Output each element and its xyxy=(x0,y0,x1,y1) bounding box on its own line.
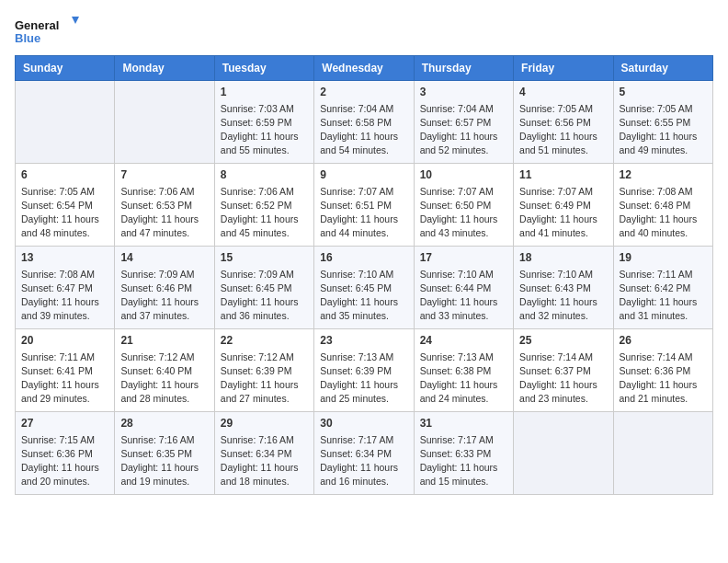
svg-marker-2 xyxy=(72,17,79,24)
calendar-cell: 5Sunrise: 7:05 AMSunset: 6:55 PMDaylight… xyxy=(613,81,712,164)
day-number: 16 xyxy=(320,250,407,266)
svg-text:General: General xyxy=(15,18,59,32)
cell-sun-info: Sunrise: 7:05 AMSunset: 6:54 PMDaylight:… xyxy=(21,185,108,241)
calendar-cell: 15Sunrise: 7:09 AMSunset: 6:45 PMDayligh… xyxy=(214,247,313,329)
day-number: 12 xyxy=(620,167,707,183)
calendar-week-1: 1Sunrise: 7:03 AMSunset: 6:59 PMDaylight… xyxy=(16,81,713,164)
calendar-cell: 29Sunrise: 7:16 AMSunset: 6:34 PMDayligh… xyxy=(214,412,313,495)
cell-sun-info: Sunrise: 7:15 AMSunset: 6:36 PMDaylight:… xyxy=(21,433,108,489)
calendar-cell: 12Sunrise: 7:08 AMSunset: 6:48 PMDayligh… xyxy=(613,164,712,247)
cell-sun-info: Sunrise: 7:16 AMSunset: 6:35 PMDaylight:… xyxy=(120,433,208,489)
cell-sun-info: Sunrise: 7:11 AMSunset: 6:42 PMDaylight:… xyxy=(620,268,707,324)
calendar-cell: 22Sunrise: 7:12 AMSunset: 6:39 PMDayligh… xyxy=(214,329,313,412)
calendar-week-3: 13Sunrise: 7:08 AMSunset: 6:47 PMDayligh… xyxy=(16,247,713,329)
day-header-thursday: Thursday xyxy=(414,56,513,81)
day-number: 29 xyxy=(221,416,308,431)
day-header-friday: Friday xyxy=(514,56,613,81)
calendar-cell: 20Sunrise: 7:11 AMSunset: 6:41 PMDayligh… xyxy=(16,329,115,412)
calendar-cell: 9Sunrise: 7:07 AMSunset: 6:51 PMDaylight… xyxy=(314,164,414,247)
cell-sun-info: Sunrise: 7:05 AMSunset: 6:56 PMDaylight:… xyxy=(519,102,607,158)
day-number: 23 xyxy=(320,333,407,349)
day-number: 25 xyxy=(519,333,607,349)
cell-sun-info: Sunrise: 7:08 AMSunset: 6:48 PMDaylight:… xyxy=(620,185,707,241)
day-number: 18 xyxy=(519,250,607,266)
calendar-cell: 19Sunrise: 7:11 AMSunset: 6:42 PMDayligh… xyxy=(613,247,712,329)
day-header-wednesday: Wednesday xyxy=(314,56,414,81)
logo-icon: General Blue xyxy=(15,15,81,44)
calendar-cell: 25Sunrise: 7:14 AMSunset: 6:37 PMDayligh… xyxy=(514,329,613,412)
calendar-cell: 21Sunrise: 7:12 AMSunset: 6:40 PMDayligh… xyxy=(115,329,214,412)
cell-sun-info: Sunrise: 7:10 AMSunset: 6:44 PMDaylight:… xyxy=(420,268,507,324)
day-number: 2 xyxy=(320,85,407,100)
calendar-cell: 4Sunrise: 7:05 AMSunset: 6:56 PMDaylight… xyxy=(514,81,613,164)
cell-sun-info: Sunrise: 7:09 AMSunset: 6:46 PMDaylight:… xyxy=(120,268,208,324)
calendar-header-row: SundayMondayTuesdayWednesdayThursdayFrid… xyxy=(16,56,713,81)
cell-sun-info: Sunrise: 7:09 AMSunset: 6:45 PMDaylight:… xyxy=(221,268,308,324)
calendar-cell: 17Sunrise: 7:10 AMSunset: 6:44 PMDayligh… xyxy=(414,247,513,329)
cell-sun-info: Sunrise: 7:07 AMSunset: 6:50 PMDaylight:… xyxy=(420,185,507,241)
day-number: 26 xyxy=(620,333,707,349)
cell-sun-info: Sunrise: 7:17 AMSunset: 6:33 PMDaylight:… xyxy=(420,433,507,489)
day-header-saturday: Saturday xyxy=(613,56,712,81)
day-number: 8 xyxy=(221,167,308,183)
calendar-cell: 6Sunrise: 7:05 AMSunset: 6:54 PMDaylight… xyxy=(16,164,115,247)
day-number: 30 xyxy=(320,416,407,431)
calendar-cell xyxy=(514,412,613,495)
day-number: 14 xyxy=(120,250,208,266)
day-number: 9 xyxy=(320,167,407,183)
cell-sun-info: Sunrise: 7:03 AMSunset: 6:59 PMDaylight:… xyxy=(221,102,308,158)
cell-sun-info: Sunrise: 7:07 AMSunset: 6:49 PMDaylight:… xyxy=(519,185,607,241)
cell-sun-info: Sunrise: 7:14 AMSunset: 6:36 PMDaylight:… xyxy=(620,350,707,407)
calendar-cell: 3Sunrise: 7:04 AMSunset: 6:57 PMDaylight… xyxy=(414,81,513,164)
logo: General Blue xyxy=(15,15,81,44)
cell-sun-info: Sunrise: 7:12 AMSunset: 6:40 PMDaylight:… xyxy=(120,350,208,407)
cell-sun-info: Sunrise: 7:04 AMSunset: 6:58 PMDaylight:… xyxy=(320,102,407,158)
day-number: 13 xyxy=(21,250,108,266)
calendar-table: SundayMondayTuesdayWednesdayThursdayFrid… xyxy=(15,55,713,495)
calendar-cell xyxy=(16,81,115,164)
cell-sun-info: Sunrise: 7:16 AMSunset: 6:34 PMDaylight:… xyxy=(221,433,308,489)
calendar-week-4: 20Sunrise: 7:11 AMSunset: 6:41 PMDayligh… xyxy=(16,329,713,412)
calendar-cell xyxy=(613,412,712,495)
day-number: 3 xyxy=(420,85,507,100)
day-number: 15 xyxy=(221,250,308,266)
day-number: 6 xyxy=(21,167,108,183)
day-number: 31 xyxy=(420,416,507,431)
page-header: General Blue xyxy=(15,15,713,44)
day-header-tuesday: Tuesday xyxy=(214,56,313,81)
day-number: 28 xyxy=(120,416,208,431)
cell-sun-info: Sunrise: 7:07 AMSunset: 6:51 PMDaylight:… xyxy=(320,185,407,241)
cell-sun-info: Sunrise: 7:06 AMSunset: 6:53 PMDaylight:… xyxy=(120,185,208,241)
day-number: 10 xyxy=(420,167,507,183)
calendar-cell: 14Sunrise: 7:09 AMSunset: 6:46 PMDayligh… xyxy=(115,247,214,329)
calendar-cell: 13Sunrise: 7:08 AMSunset: 6:47 PMDayligh… xyxy=(16,247,115,329)
day-number: 17 xyxy=(420,250,507,266)
day-header-sunday: Sunday xyxy=(16,56,115,81)
calendar-cell: 18Sunrise: 7:10 AMSunset: 6:43 PMDayligh… xyxy=(514,247,613,329)
day-number: 20 xyxy=(21,333,108,349)
cell-sun-info: Sunrise: 7:05 AMSunset: 6:55 PMDaylight:… xyxy=(620,102,707,158)
day-number: 27 xyxy=(21,416,108,431)
day-number: 22 xyxy=(221,333,308,349)
calendar-cell: 26Sunrise: 7:14 AMSunset: 6:36 PMDayligh… xyxy=(613,329,712,412)
calendar-body: 1Sunrise: 7:03 AMSunset: 6:59 PMDaylight… xyxy=(16,81,713,495)
day-number: 1 xyxy=(221,85,308,100)
day-header-monday: Monday xyxy=(115,56,214,81)
cell-sun-info: Sunrise: 7:13 AMSunset: 6:38 PMDaylight:… xyxy=(420,350,507,407)
calendar-cell: 24Sunrise: 7:13 AMSunset: 6:38 PMDayligh… xyxy=(414,329,513,412)
day-number: 24 xyxy=(420,333,507,349)
cell-sun-info: Sunrise: 7:10 AMSunset: 6:45 PMDaylight:… xyxy=(320,268,407,324)
calendar-cell: 10Sunrise: 7:07 AMSunset: 6:50 PMDayligh… xyxy=(414,164,513,247)
calendar-cell: 27Sunrise: 7:15 AMSunset: 6:36 PMDayligh… xyxy=(16,412,115,495)
day-number: 21 xyxy=(120,333,208,349)
cell-sun-info: Sunrise: 7:17 AMSunset: 6:34 PMDaylight:… xyxy=(320,433,407,489)
calendar-week-5: 27Sunrise: 7:15 AMSunset: 6:36 PMDayligh… xyxy=(16,412,713,495)
cell-sun-info: Sunrise: 7:11 AMSunset: 6:41 PMDaylight:… xyxy=(21,350,108,407)
svg-text:Blue: Blue xyxy=(15,31,40,44)
day-number: 5 xyxy=(620,85,707,100)
cell-sun-info: Sunrise: 7:12 AMSunset: 6:39 PMDaylight:… xyxy=(221,350,308,407)
calendar-cell: 31Sunrise: 7:17 AMSunset: 6:33 PMDayligh… xyxy=(414,412,513,495)
calendar-cell: 30Sunrise: 7:17 AMSunset: 6:34 PMDayligh… xyxy=(314,412,414,495)
calendar-cell: 1Sunrise: 7:03 AMSunset: 6:59 PMDaylight… xyxy=(214,81,313,164)
day-number: 4 xyxy=(519,85,607,100)
